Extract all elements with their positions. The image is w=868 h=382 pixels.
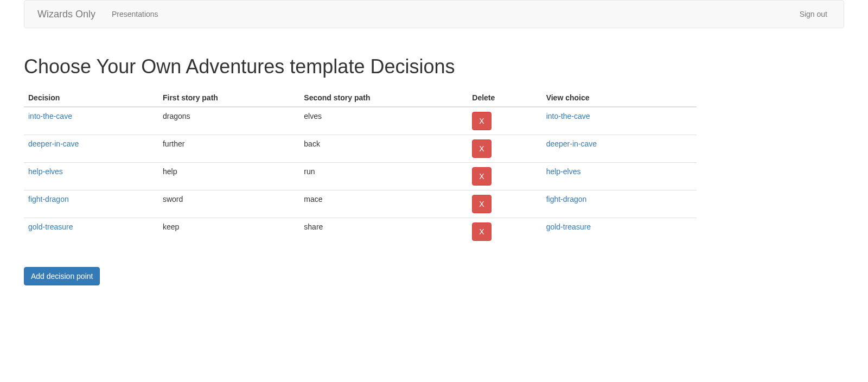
delete-button[interactable]: X: [472, 112, 491, 130]
decision-link[interactable]: into-the-cave: [28, 112, 72, 120]
first-path-cell: keep: [158, 218, 299, 246]
brand-link[interactable]: Wizards Only: [24, 1, 104, 28]
decision-link[interactable]: help-elves: [28, 167, 63, 176]
view-choice-link[interactable]: fight-dragon: [546, 195, 587, 203]
header-first-path: First story path: [158, 89, 299, 107]
header-delete: Delete: [468, 89, 541, 107]
delete-button[interactable]: X: [472, 195, 491, 213]
second-path-cell: elves: [299, 107, 468, 135]
navbar-left: Wizards Only Presentations: [24, 1, 167, 28]
nav-signout[interactable]: Sign out: [792, 2, 835, 27]
add-decision-button[interactable]: Add decision point: [24, 267, 100, 285]
view-choice-link[interactable]: into-the-cave: [546, 112, 590, 120]
view-choice-link[interactable]: deeper-in-cave: [546, 139, 597, 148]
header-view: View choice: [542, 89, 697, 107]
delete-button[interactable]: X: [472, 139, 491, 158]
second-path-cell: mace: [299, 190, 468, 218]
second-path-cell: run: [299, 163, 468, 190]
table-row: into-the-cavedragonselvesXinto-the-cave: [24, 107, 697, 135]
navbar-right: Sign out: [792, 9, 844, 20]
first-path-cell: sword: [158, 190, 299, 218]
nav-presentations[interactable]: Presentations: [104, 1, 167, 28]
first-path-cell: dragons: [158, 107, 299, 135]
decision-link[interactable]: deeper-in-cave: [28, 139, 79, 148]
first-path-cell: further: [158, 135, 299, 163]
page-title: Choose Your Own Adventures template Deci…: [24, 55, 844, 78]
header-second-path: Second story path: [299, 89, 468, 107]
table-row: help-elveshelprunXhelp-elves: [24, 163, 697, 190]
second-path-cell: share: [299, 218, 468, 246]
decision-link[interactable]: fight-dragon: [28, 195, 69, 203]
view-choice-link[interactable]: help-elves: [546, 167, 581, 176]
table-header-row: Decision First story path Second story p…: [24, 89, 697, 107]
first-path-cell: help: [158, 163, 299, 190]
main-container: Choose Your Own Adventures template Deci…: [0, 55, 868, 285]
delete-button[interactable]: X: [472, 222, 491, 241]
second-path-cell: back: [299, 135, 468, 163]
header-decision: Decision: [24, 89, 158, 107]
view-choice-link[interactable]: gold-treasure: [546, 222, 591, 231]
delete-button[interactable]: X: [472, 167, 491, 186]
decision-link[interactable]: gold-treasure: [28, 222, 73, 231]
table-row: gold-treasurekeepshareXgold-treasure: [24, 218, 697, 246]
table-row: fight-dragonswordmaceXfight-dragon: [24, 190, 697, 218]
decisions-table: Decision First story path Second story p…: [24, 89, 697, 245]
navbar: Wizards Only Presentations Sign out: [24, 0, 844, 28]
table-row: deeper-in-cavefurtherbackXdeeper-in-cave: [24, 135, 697, 163]
